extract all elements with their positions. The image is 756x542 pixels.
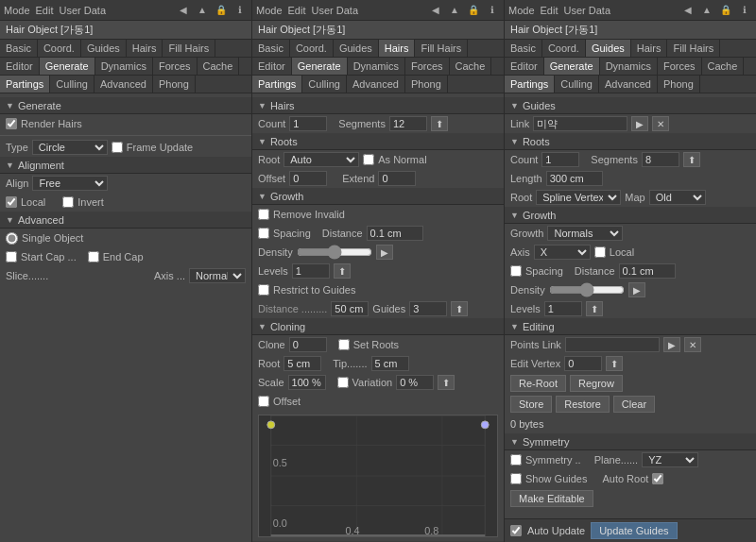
as-normal-checkbox[interactable] <box>363 154 374 165</box>
section-growth-p2[interactable]: ▼ Growth <box>252 188 504 205</box>
render-hairs-checkbox[interactable] <box>6 118 17 129</box>
lock-icon-2[interactable]: 🔒 <box>466 3 481 18</box>
makeeditable-button[interactable]: Make Editable <box>510 490 593 507</box>
count-input[interactable] <box>289 116 327 131</box>
tab-cache-p2[interactable]: Cache <box>450 58 492 75</box>
levels-p3-input[interactable] <box>544 301 582 316</box>
tab-basic-p3[interactable]: Basic <box>505 40 542 57</box>
tab-culling-p1[interactable]: Culling <box>50 76 94 93</box>
guides-arrow[interactable]: ⬆ <box>451 301 468 316</box>
variation-input[interactable] <box>396 375 434 390</box>
arrow-up-icon[interactable]: ▲ <box>195 3 210 18</box>
tab-cache-p3[interactable]: Cache <box>702 58 745 75</box>
invert-checkbox[interactable] <box>62 196 74 208</box>
tab-hairs-p1[interactable]: Hairs <box>127 40 163 57</box>
update-guides-button[interactable]: Update Guides <box>591 522 677 539</box>
section-editing[interactable]: ▼ Editing <box>505 318 756 335</box>
levels-arrow[interactable]: ⬆ <box>334 263 351 279</box>
section-roots-p2[interactable]: ▼ Roots <box>252 133 504 150</box>
tab-advanced-p2[interactable]: Advanced <box>347 76 405 93</box>
tab-partings-p3[interactable]: Partings <box>505 76 555 93</box>
clear-button[interactable]: Clear <box>613 396 655 413</box>
edit-menu-2[interactable]: Edit <box>288 5 306 16</box>
clone-input[interactable] <box>289 337 327 352</box>
tab-forces-p3[interactable]: Forces <box>658 58 702 75</box>
link-arrow-icon[interactable]: ▶ <box>631 116 648 131</box>
sym-checkbox[interactable] <box>510 454 522 466</box>
tab-coord-p1[interactable]: Coord. <box>38 40 81 57</box>
regrow-button[interactable]: Regrow <box>570 375 623 392</box>
guides-input[interactable] <box>409 301 447 316</box>
plane-dropdown[interactable]: YZ XZ XY <box>642 452 698 467</box>
tab-phong-p1[interactable]: Phong <box>153 76 196 93</box>
removeinvalid-checkbox[interactable] <box>258 209 269 220</box>
minspacing-p3-checkbox[interactable] <box>510 265 522 277</box>
tab-partings-p2[interactable]: Partings <box>252 76 302 93</box>
local-p3-checkbox[interactable] <box>594 246 606 258</box>
tab-dynamics-p1[interactable]: Dynamics <box>95 58 153 75</box>
edit-menu-3[interactable]: Edit <box>541 5 558 16</box>
link-input[interactable] <box>533 116 627 131</box>
levels-p3-arrow[interactable]: ⬆ <box>586 301 603 316</box>
tab-advanced-p1[interactable]: Advanced <box>94 76 153 93</box>
pointslink-clear[interactable]: ✕ <box>684 337 701 352</box>
map-dropdown[interactable]: Old New <box>649 190 706 205</box>
tab-hairs-p2[interactable]: Hairs <box>379 40 416 57</box>
tab-generate-p2[interactable]: Generate <box>292 58 348 75</box>
tab-dynamics-p3[interactable]: Dynamics <box>600 58 658 75</box>
section-growth-p3[interactable]: ▼ Growth <box>505 207 756 224</box>
tab-basic-p1[interactable]: Basic <box>0 40 38 57</box>
tab-guides-p2[interactable]: Guides <box>334 40 379 57</box>
editvertex-arrow[interactable]: ⬆ <box>606 356 623 371</box>
variation-checkbox[interactable] <box>337 377 349 388</box>
tab-fillhairs-p2[interactable]: Fill Hairs <box>415 40 468 57</box>
userdata-menu-3[interactable]: User Data <box>564 5 611 16</box>
tab-culling-p2[interactable]: Culling <box>302 76 347 93</box>
length-input[interactable] <box>546 171 603 186</box>
arrow-up-icon-2[interactable]: ▲ <box>447 3 462 18</box>
frameupdate-checkbox[interactable] <box>112 142 123 153</box>
tab-fillhairs-p3[interactable]: Fill Hairs <box>667 40 720 57</box>
growth-type-dropdown[interactable]: Normals Tangent <box>547 226 623 241</box>
tab-basic-p2[interactable]: Basic <box>252 40 290 57</box>
section-alignment[interactable]: ▼ Alignment <box>0 157 251 174</box>
info-icon[interactable]: ℹ <box>232 3 248 18</box>
tab-forces-p2[interactable]: Forces <box>405 58 450 75</box>
minspacing-checkbox[interactable] <box>258 228 269 239</box>
tab-guides-p3[interactable]: Guides <box>586 40 631 57</box>
cloning-graph[interactable]: 0.0 0.5 0.4 0.8 <box>258 415 498 537</box>
tab-editor-p2[interactable]: Editor <box>252 58 292 75</box>
guidedist-input[interactable] <box>331 301 369 316</box>
tab-culling-p3[interactable]: Culling <box>555 76 599 93</box>
offset-input[interactable] <box>289 171 327 186</box>
info-icon-3[interactable]: ℹ <box>737 3 752 18</box>
lock-icon[interactable]: 🔒 <box>214 3 229 18</box>
tab-phong-p2[interactable]: Phong <box>405 76 448 93</box>
tab-generate-p1[interactable]: Generate <box>40 58 95 75</box>
seg-p3-arrow[interactable]: ⬆ <box>683 152 700 167</box>
tab-guides-p1[interactable]: Guides <box>81 40 127 57</box>
endcap-checkbox[interactable] <box>88 251 99 263</box>
extend-input[interactable] <box>378 171 416 186</box>
mode-menu-3[interactable]: Mode <box>508 5 535 16</box>
normal-dropdown[interactable]: Normal <box>189 268 246 283</box>
tab-forces-p1[interactable]: Forces <box>153 58 198 75</box>
align-dropdown[interactable]: Free Normal <box>32 176 108 191</box>
variation-arrow[interactable]: ⬆ <box>438 375 455 390</box>
section-advanced[interactable]: ▼ Advanced <box>0 212 251 229</box>
tab-editor-p1[interactable]: Editor <box>0 58 40 75</box>
scale-input[interactable] <box>288 375 326 390</box>
density-arrow[interactable]: ▶ <box>376 245 393 260</box>
mode-menu[interactable]: Mode <box>4 5 30 16</box>
tab-cache-p1[interactable]: Cache <box>198 58 240 75</box>
lock-icon-3[interactable]: 🔒 <box>718 3 733 18</box>
userdata-menu-2[interactable]: User Data <box>312 5 359 16</box>
levels-input[interactable] <box>292 263 330 279</box>
reroot-button[interactable]: Re-Root <box>510 375 566 392</box>
root-dropdown[interactable]: Auto Random <box>284 152 359 167</box>
arrow-left-icon[interactable]: ◀ <box>176 3 191 18</box>
density-slider[interactable] <box>297 246 372 259</box>
tab-advanced-p3[interactable]: Advanced <box>599 76 658 93</box>
local-checkbox[interactable] <box>6 196 17 208</box>
pointslink-arrow[interactable]: ▶ <box>663 337 680 352</box>
